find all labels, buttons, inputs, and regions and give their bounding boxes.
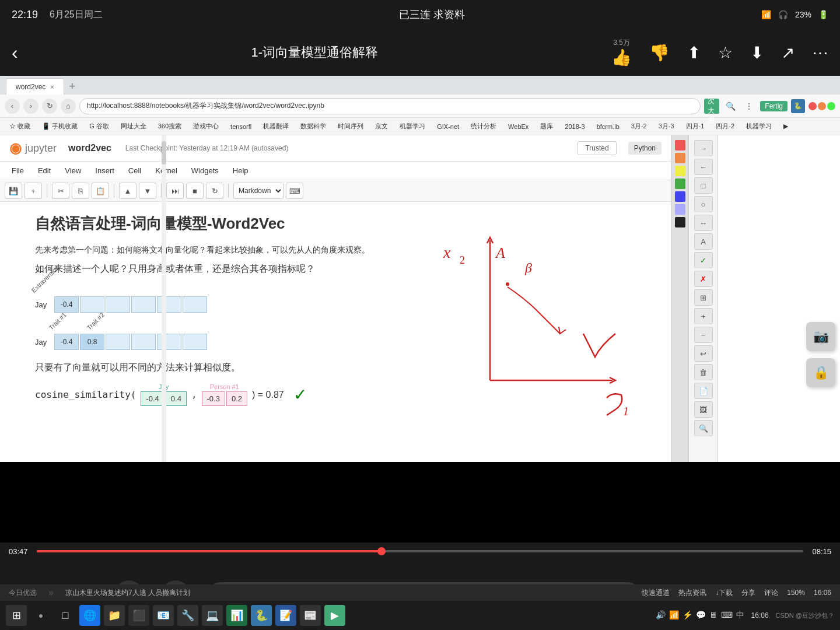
fertig-button[interactable]: Fertig bbox=[760, 101, 788, 111]
bookmark-extra[interactable]: ▶ bbox=[779, 121, 793, 131]
color-orange[interactable] bbox=[818, 102, 826, 110]
tray-icon3[interactable]: ⚡ bbox=[682, 610, 692, 621]
tool-rect[interactable]: □ bbox=[694, 177, 713, 194]
tray-icon6[interactable]: ⌨ bbox=[721, 610, 733, 621]
menu-cell[interactable]: Cell bbox=[126, 164, 144, 177]
nav-menu-btn[interactable]: ⋮ bbox=[741, 99, 757, 114]
taskbar-settings[interactable]: 🔧 bbox=[177, 605, 198, 626]
fast-forward-btn[interactable]: ⏭ bbox=[166, 183, 184, 199]
cell-type-select[interactable]: Markdown Code bbox=[233, 183, 284, 199]
url-bar[interactable] bbox=[79, 98, 701, 114]
tool-close-red[interactable]: ✗ bbox=[694, 271, 713, 287]
forward-icon[interactable]: ↗ bbox=[781, 43, 794, 62]
bookmark-2018[interactable]: 2018-3 bbox=[560, 122, 589, 131]
taskbar-excel[interactable]: 📊 bbox=[226, 605, 247, 626]
stop-btn[interactable]: ■ bbox=[186, 183, 204, 199]
browser-home-btn[interactable]: ⌂ bbox=[61, 99, 76, 114]
browser-back-btn[interactable]: ‹ bbox=[5, 99, 20, 114]
like-icon[interactable]: 👍 bbox=[611, 48, 632, 67]
tool-circle[interactable]: ○ bbox=[694, 196, 713, 212]
scrollbar-thumb[interactable] bbox=[162, 141, 166, 164]
bookmark-item[interactable]: ☆ 收藏 bbox=[5, 121, 35, 132]
tool-delete[interactable]: 🗑 bbox=[694, 364, 713, 380]
taskbar-word[interactable]: 📝 bbox=[275, 605, 296, 626]
bookmark-360[interactable]: 360搜索 bbox=[153, 121, 186, 132]
move-up-btn[interactable]: ▲ bbox=[119, 183, 136, 199]
jupyter-filename[interactable]: word2vec bbox=[68, 143, 111, 153]
menu-view[interactable]: View bbox=[62, 164, 83, 177]
bookmark-gix[interactable]: GIX-net bbox=[432, 122, 464, 131]
taskbar-explorer[interactable]: 📁 bbox=[104, 605, 125, 626]
hotspot-btn[interactable]: 热点资讯 bbox=[678, 588, 706, 598]
download-btn-bottom[interactable]: ↓下载 bbox=[715, 588, 733, 598]
comment-btn-bottom[interactable]: 评论 bbox=[764, 588, 778, 598]
tray-icon1[interactable]: 🔊 bbox=[656, 610, 666, 621]
tool-double-arrow[interactable]: ↔ bbox=[694, 215, 713, 231]
share-btn-bottom[interactable]: 分享 bbox=[741, 588, 755, 598]
taskbar-browser[interactable]: 🌐 bbox=[79, 605, 100, 626]
color-blue-swatch[interactable] bbox=[675, 191, 685, 202]
tab-close-btn[interactable]: × bbox=[50, 83, 54, 90]
lock-btn[interactable]: 🔒 bbox=[806, 358, 835, 387]
paste-btn[interactable]: 📋 bbox=[92, 183, 109, 199]
trusted-button[interactable]: Trusted bbox=[578, 141, 616, 155]
tray-icon5[interactable]: 🖥 bbox=[709, 610, 718, 621]
share-up-icon[interactable]: ⬆ bbox=[687, 43, 701, 62]
color-green-swatch[interactable] bbox=[675, 178, 685, 189]
cut-btn[interactable]: ✂ bbox=[52, 183, 69, 199]
menu-kernel[interactable]: Kernel bbox=[153, 164, 180, 177]
color-black-swatch[interactable] bbox=[675, 217, 685, 228]
tool-zoom-out[interactable]: − bbox=[694, 327, 713, 343]
taskbar-news[interactable]: 📰 bbox=[300, 605, 321, 626]
browser-forward-btn[interactable]: › bbox=[23, 99, 38, 114]
tool-page[interactable]: 📄 bbox=[694, 383, 713, 399]
copy-btn[interactable]: ⎘ bbox=[72, 183, 89, 199]
bookmark-apr1[interactable]: 四月-1 bbox=[681, 121, 709, 132]
bookmark-game[interactable]: 游戏中心 bbox=[188, 121, 223, 132]
extension-btn[interactable]: 次次大图 bbox=[704, 99, 719, 114]
menu-widgets[interactable]: Widgets bbox=[189, 164, 221, 177]
menu-file[interactable]: File bbox=[9, 164, 26, 177]
color-orange-swatch[interactable] bbox=[675, 153, 685, 163]
taskbar-app1[interactable]: ⬛ bbox=[128, 605, 149, 626]
bookmark-ml2[interactable]: 机器学习 bbox=[741, 121, 776, 132]
taskbar-python[interactable]: 🐍 bbox=[251, 605, 272, 626]
taskbar-email[interactable]: 📧 bbox=[153, 605, 174, 626]
taskbar-computer[interactable]: 💻 bbox=[202, 605, 223, 626]
keyboard-btn[interactable]: ⌨ bbox=[286, 183, 303, 199]
taskbar-search-btn[interactable]: ● bbox=[30, 605, 51, 626]
bookmark-stats[interactable]: 统计分析 bbox=[466, 121, 501, 132]
browser-reload-btn[interactable]: ↻ bbox=[42, 99, 57, 114]
bookmark-jd[interactable]: 京文 bbox=[370, 121, 393, 132]
bookmark-tf[interactable]: tensorfl bbox=[226, 122, 256, 131]
tool-image[interactable]: 🖼 bbox=[694, 401, 713, 418]
bookmark-mar3[interactable]: 3月-3 bbox=[654, 121, 679, 132]
bookmark-mobile[interactable]: 📱 手机收藏 bbox=[37, 121, 82, 132]
color-red[interactable] bbox=[808, 102, 817, 110]
bookmark-bfcrm[interactable]: bfcrm.ib bbox=[592, 122, 624, 131]
tool-undo[interactable]: ↩ bbox=[694, 345, 713, 362]
bookmark-ml[interactable]: 机器学习 bbox=[395, 121, 430, 132]
bookmark-ml-trans[interactable]: 机器翻译 bbox=[258, 121, 293, 132]
color-green[interactable] bbox=[827, 102, 835, 110]
bookmark-nav[interactable]: 网址大全 bbox=[116, 121, 151, 132]
save-btn[interactable]: 💾 bbox=[5, 183, 22, 199]
add-cell-btn[interactable]: + bbox=[24, 183, 42, 199]
screenshot-btn[interactable]: 📷 bbox=[806, 322, 835, 351]
restart-btn[interactable]: ↻ bbox=[206, 183, 223, 199]
download-icon[interactable]: ⬇ bbox=[750, 43, 764, 62]
progress-thumb[interactable] bbox=[377, 547, 386, 555]
taskbar-task-view[interactable]: □ bbox=[55, 605, 76, 626]
menu-insert[interactable]: Insert bbox=[93, 164, 117, 177]
fast-channel-btn[interactable]: 快速通道 bbox=[642, 588, 670, 598]
bookmark-webex[interactable]: WebEx bbox=[503, 122, 533, 131]
bookmark-mar2[interactable]: 3月-2 bbox=[626, 121, 652, 132]
menu-edit[interactable]: Edit bbox=[36, 164, 53, 177]
dislike-icon[interactable]: 👎 bbox=[649, 43, 670, 62]
color-red-swatch[interactable] bbox=[675, 140, 685, 150]
color-lightblue-swatch[interactable] bbox=[675, 204, 685, 215]
move-down-btn[interactable]: ▼ bbox=[139, 183, 156, 199]
tool-search[interactable]: 🔍 bbox=[694, 420, 713, 436]
taskbar-windows-btn[interactable]: ⊞ bbox=[6, 605, 27, 626]
progress-bar[interactable] bbox=[37, 550, 804, 552]
